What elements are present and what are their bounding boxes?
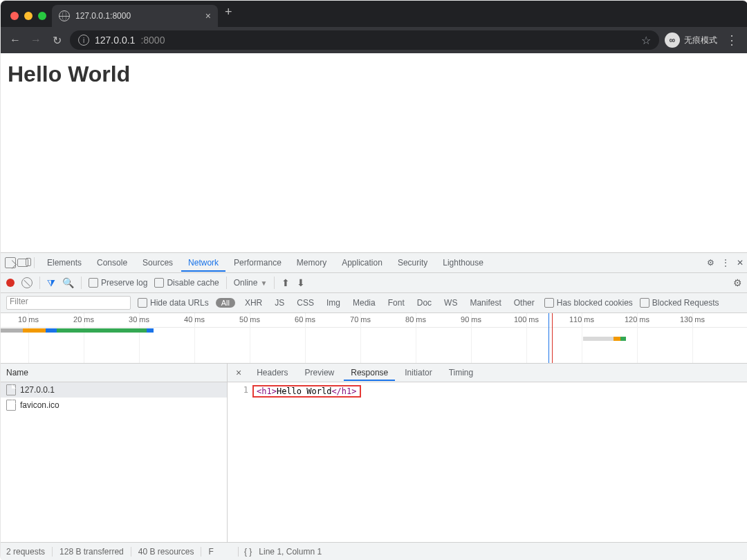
bookmark-icon[interactable]: ☆ <box>641 34 651 47</box>
filter-type-xhr[interactable]: XHR <box>242 298 265 308</box>
panel-tab-network[interactable]: Network <box>181 254 225 272</box>
status-resources: 40 B resources <box>131 547 194 557</box>
separator <box>34 257 35 268</box>
timeline-tick: 110 ms <box>554 313 609 327</box>
throttle-select[interactable]: Online ▼ <box>226 277 275 289</box>
request-row[interactable]: 127.0.0.1 <box>1 382 227 398</box>
document-icon <box>6 400 16 411</box>
request-list: Name 127.0.0.1favicon.ico <box>1 364 228 542</box>
panel-tab-sources[interactable]: Sources <box>136 254 180 272</box>
fullscreen-window-icon[interactable] <box>38 12 46 20</box>
download-har-icon[interactable]: ⬇ <box>297 277 305 288</box>
filter-type-font[interactable]: Font <box>385 298 407 308</box>
filter-input[interactable]: Filter <box>6 296 131 310</box>
detail-tab-initiator[interactable]: Initiator <box>398 365 439 381</box>
filter-type-img[interactable]: Img <box>324 298 343 308</box>
panel-tab-elements[interactable]: Elements <box>40 254 89 272</box>
detail-tab-preview[interactable]: Preview <box>298 365 342 381</box>
detail-tab-headers[interactable]: Headers <box>250 365 295 381</box>
hide-data-urls-checkbox[interactable]: Hide data URLs <box>138 298 209 308</box>
timeline-tick: 90 ms <box>443 313 499 327</box>
close-window-icon[interactable] <box>10 12 19 20</box>
overview-segment <box>46 328 57 333</box>
disable-cache-checkbox[interactable]: Disable cache <box>154 278 219 288</box>
status-transferred: 128 B transferred <box>52 547 124 557</box>
status-requests: 2 requests <box>6 547 45 557</box>
tab-title: 127.0.0.1:8000 <box>75 11 200 21</box>
blocked-requests-checkbox[interactable]: Blocked Requests <box>640 298 719 308</box>
overview-segment <box>583 337 613 341</box>
tab-close-icon[interactable]: × <box>205 11 211 21</box>
devtools-close-icon[interactable]: ✕ <box>737 258 744 268</box>
filter-type-doc[interactable]: Doc <box>414 298 434 308</box>
incognito-indicator[interactable]: ∞ 无痕模式 <box>665 32 717 48</box>
inspect-element-icon[interactable] <box>5 257 16 268</box>
search-icon[interactable]: 🔍 <box>62 277 74 288</box>
timeline-tick: 50 ms <box>222 313 277 327</box>
network-toolbar: ⧩ 🔍 Preserve log Disable cache Online ▼ … <box>1 273 747 293</box>
request-row[interactable]: favicon.ico <box>1 398 227 413</box>
filter-type-js[interactable]: JS <box>272 298 287 308</box>
panel-tab-lighthouse[interactable]: Lighthouse <box>436 254 490 272</box>
timeline-tick: 30 ms <box>111 313 167 327</box>
overview-segment <box>147 328 154 333</box>
blocked-cookies-checkbox[interactable]: Has blocked cookies <box>544 298 633 308</box>
url-host: 127.0.0.1 <box>95 35 135 46</box>
checkbox-icon <box>138 298 147 308</box>
browser-menu-button[interactable]: ⋮ <box>723 32 741 48</box>
detail-close-icon[interactable]: × <box>230 367 247 378</box>
back-button[interactable]: ← <box>8 34 23 46</box>
address-bar: ← → ↻ i 127.0.0.1:8000 ☆ ∞ 无痕模式 ⋮ <box>1 27 747 53</box>
timeline-overview-row2 <box>1 337 747 341</box>
checkbox-icon <box>89 278 98 288</box>
line-number: 1 <box>228 382 252 542</box>
detail-tab-timing[interactable]: Timing <box>442 365 481 381</box>
panel-tab-console[interactable]: Console <box>90 254 134 272</box>
network-split: Name 127.0.0.1favicon.ico × HeadersPrevi… <box>1 364 747 543</box>
devtools-more-icon[interactable]: ⋮ <box>721 258 730 268</box>
request-list-header[interactable]: Name <box>1 364 227 382</box>
status-extra: F <box>201 547 213 557</box>
checkbox-icon <box>640 298 649 308</box>
panel-tab-security[interactable]: Security <box>391 254 434 272</box>
panel-tab-application[interactable]: Application <box>335 254 389 272</box>
filter-type-other[interactable]: Other <box>511 298 537 308</box>
browser-tab[interactable]: 127.0.0.1:8000 × <box>52 5 218 27</box>
preserve-log-checkbox[interactable]: Preserve log <box>89 278 147 288</box>
filter-type-manifest[interactable]: Manifest <box>467 298 504 308</box>
record-button[interactable] <box>6 279 15 287</box>
network-settings-icon[interactable]: ⚙ <box>733 277 742 288</box>
site-info-icon[interactable]: i <box>78 35 89 46</box>
timeline-marker <box>552 313 553 363</box>
response-source[interactable]: 1 <h1>Hello World</h1> <box>228 382 747 542</box>
overview-segment <box>614 337 621 341</box>
panel-tab-memory[interactable]: Memory <box>290 254 333 272</box>
cursor-position: Line 1, Column 1 <box>259 547 322 557</box>
detail-tab-response[interactable]: Response <box>344 365 395 381</box>
url-input[interactable]: i 127.0.0.1:8000 ☆ <box>70 30 659 50</box>
devtools-settings-icon[interactable]: ⚙ <box>707 258 714 268</box>
devtools-panel-tabs: ElementsConsoleSourcesNetworkPerformance… <box>1 253 747 273</box>
forward-button[interactable]: → <box>28 34 44 46</box>
pretty-print-icon[interactable]: { } <box>244 547 252 557</box>
upload-har-icon[interactable]: ⬆ <box>282 277 290 288</box>
panel-tab-performance[interactable]: Performance <box>227 254 288 272</box>
reload-button[interactable]: ↻ <box>49 34 64 47</box>
device-toolbar-icon[interactable] <box>17 259 28 267</box>
network-timeline[interactable]: 10 ms20 ms30 ms40 ms50 ms60 ms70 ms80 ms… <box>1 313 747 364</box>
new-tab-button[interactable]: + <box>218 5 239 24</box>
request-name: 127.0.0.1 <box>20 385 55 395</box>
clear-button[interactable] <box>21 277 33 288</box>
overview-segment <box>23 328 45 333</box>
filter-type-css[interactable]: CSS <box>294 298 317 308</box>
overview-segment <box>57 328 147 333</box>
filter-toggle-icon[interactable]: ⧩ <box>47 277 55 289</box>
minimize-window-icon[interactable] <box>24 12 33 20</box>
devtools-status-bar: 2 requests 128 B transferred 40 B resour… <box>1 543 747 560</box>
timeline-tick: 80 ms <box>388 313 443 327</box>
timeline-ticks: 10 ms20 ms30 ms40 ms50 ms60 ms70 ms80 ms… <box>1 313 747 328</box>
incognito-icon: ∞ <box>665 32 680 48</box>
filter-all-pill[interactable]: All <box>216 298 235 308</box>
filter-type-media[interactable]: Media <box>350 298 378 308</box>
filter-type-ws[interactable]: WS <box>441 298 460 308</box>
